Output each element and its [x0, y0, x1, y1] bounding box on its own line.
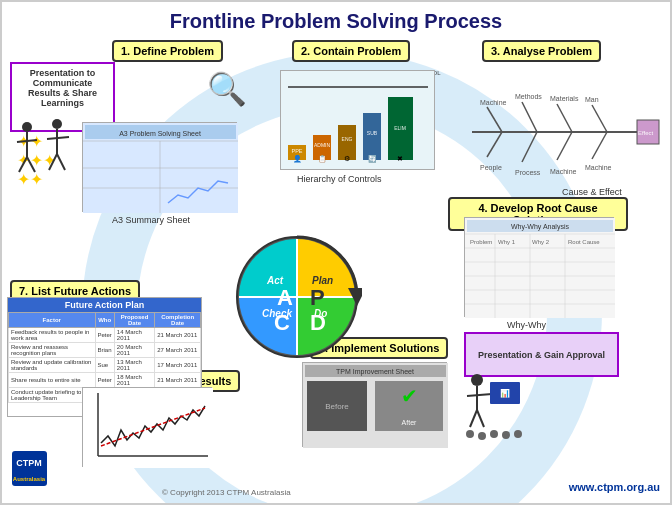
future-action-header: Future Action Plan	[8, 298, 201, 312]
figures-decoration	[7, 112, 82, 192]
svg-text:Effect: Effect	[638, 130, 654, 136]
svg-point-80	[514, 430, 522, 438]
svg-text:📋: 📋	[317, 154, 326, 163]
svg-rect-25	[363, 113, 381, 160]
svg-text:Problem: Problem	[470, 239, 492, 245]
svg-text:📊: 📊	[500, 388, 510, 398]
svg-line-42	[557, 132, 572, 160]
svg-text:Machine: Machine	[550, 168, 577, 175]
svg-point-76	[466, 430, 474, 438]
svg-text:ENG: ENG	[341, 136, 352, 142]
svg-point-69	[471, 374, 483, 386]
svg-text:Process: Process	[515, 169, 541, 176]
magnify-icon: 🔍	[207, 70, 247, 108]
svg-line-73	[477, 410, 484, 427]
svg-text:D: D	[310, 310, 326, 335]
why-why-area: Why-Why Analysis Problem Why 1 Why 2 Roo…	[464, 217, 614, 317]
svg-line-36	[487, 107, 502, 132]
svg-text:Before: Before	[325, 402, 349, 411]
svg-text:Machine: Machine	[480, 99, 507, 106]
svg-text:C: C	[274, 310, 290, 335]
chart-area	[82, 387, 212, 467]
pdca-wheel: Act Plan Check Do A P C D	[232, 232, 362, 362]
svg-text:🔄: 🔄	[367, 154, 376, 163]
svg-point-0	[22, 122, 32, 132]
table-row: Review and reassess recognition plansBri…	[9, 343, 201, 358]
cause-effect-label: Cause & Effect	[562, 187, 622, 197]
svg-point-5	[52, 119, 62, 129]
svg-point-78	[490, 430, 498, 438]
svg-line-71	[467, 394, 492, 396]
col-completion: Completion Date	[155, 313, 201, 328]
fishbone-diagram: Machine Methods Materials Man People Pro…	[462, 62, 662, 202]
svg-line-72	[470, 410, 477, 427]
col-who: Who	[95, 313, 114, 328]
svg-text:A: A	[277, 285, 293, 310]
svg-text:P: P	[310, 285, 325, 310]
svg-point-77	[478, 432, 486, 440]
svg-text:SUB: SUB	[366, 130, 377, 136]
svg-text:Machine: Machine	[585, 164, 612, 171]
table-row: Review and update calibration standardsS…	[9, 358, 201, 373]
tpm-area: TPM Improvement Sheet Before ✔ After	[302, 362, 447, 447]
svg-text:ADMIN: ADMIN	[313, 142, 330, 148]
svg-text:PPE: PPE	[291, 148, 302, 154]
svg-text:✔: ✔	[401, 385, 418, 407]
table-row: Share results to entire sitePeter18 Marc…	[9, 373, 201, 388]
svg-text:Materials: Materials	[550, 95, 579, 102]
presentation-right-box: Presentation & Gain Approval	[464, 332, 619, 377]
svg-text:A3 Problem Solving Sheet: A3 Problem Solving Sheet	[119, 130, 201, 138]
svg-line-7	[47, 137, 69, 139]
teacher-figure: 📊	[462, 372, 522, 432]
svg-text:TPM Improvement Sheet: TPM Improvement Sheet	[336, 368, 414, 376]
svg-text:Why-Why Analysis: Why-Why Analysis	[511, 223, 569, 231]
svg-line-9	[57, 154, 65, 170]
svg-text:Why 1: Why 1	[498, 239, 516, 245]
a3-area: A3 Problem Solving Sheet	[82, 122, 237, 212]
step3-box: 3. Analyse Problem	[482, 40, 601, 62]
svg-line-4	[27, 157, 35, 172]
svg-text:ELIM: ELIM	[394, 125, 406, 131]
hierarchy-label: Hierarchy of Controls	[297, 174, 382, 184]
table-row: Feedback results to people in work areaP…	[9, 328, 201, 343]
svg-line-3	[19, 157, 27, 172]
svg-point-79	[502, 431, 510, 439]
svg-text:People: People	[480, 164, 502, 172]
svg-text:⚙: ⚙	[344, 155, 350, 162]
svg-text:👤: 👤	[292, 154, 301, 163]
col-factor: Factor	[9, 313, 96, 328]
svg-text:Australasia: Australasia	[13, 476, 46, 482]
svg-text:Man: Man	[585, 96, 599, 103]
col-proposed: Proposed Date	[114, 313, 154, 328]
svg-line-43	[592, 132, 607, 159]
main-container: Frontline Problem Solving Process 1. Def…	[0, 0, 672, 505]
hierarchy-box: PPE ADMIN ENG SUB ELIM 👤 📋 ⚙ 🔄 ✖	[280, 70, 435, 170]
svg-line-8	[49, 154, 57, 170]
svg-text:Why 2: Why 2	[532, 239, 550, 245]
svg-text:CTPM: CTPM	[16, 458, 42, 468]
website-link: www.ctpm.org.au	[569, 481, 660, 493]
svg-text:After: After	[402, 419, 417, 426]
ctpm-logo: CTPM Australasia	[12, 451, 87, 493]
a3-label: A3 Summary Sheet	[112, 215, 190, 225]
svg-line-39	[592, 105, 607, 132]
svg-text:Root Cause: Root Cause	[568, 239, 600, 245]
svg-rect-53	[465, 218, 615, 318]
svg-text:✖: ✖	[397, 155, 403, 162]
step1-box: 1. Define Problem	[112, 40, 223, 62]
svg-line-40	[487, 132, 502, 157]
svg-text:Methods: Methods	[515, 93, 542, 100]
svg-line-38	[557, 104, 572, 132]
svg-line-37	[522, 102, 537, 132]
why-why-label: Why-Why	[507, 320, 546, 330]
svg-line-2	[17, 140, 37, 142]
page-title: Frontline Problem Solving Process	[2, 10, 670, 33]
svg-line-41	[522, 132, 537, 162]
copyright-text: © Copyright 2013 CTPM Australasia	[162, 488, 291, 497]
step2-box: 2. Contain Problem	[292, 40, 410, 62]
